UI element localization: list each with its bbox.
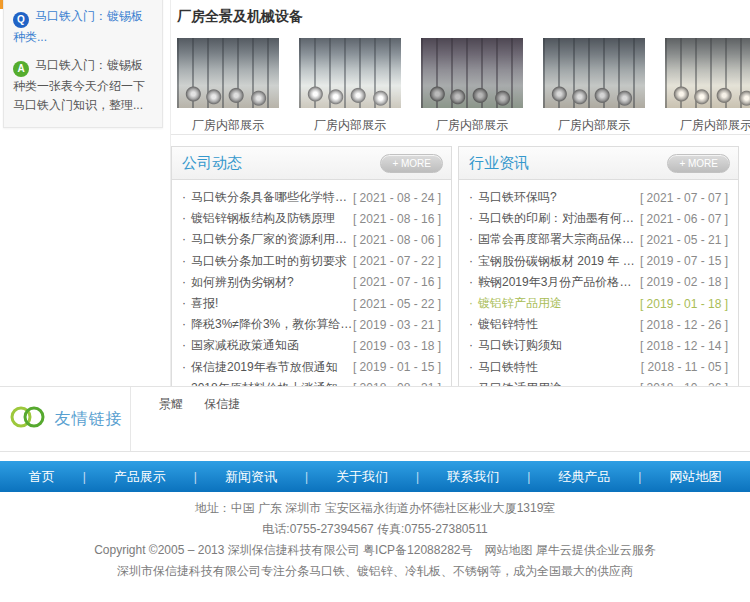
news-item[interactable]: 如何辨别伪劣钢材?[ 2021 - 07 - 16 ]	[182, 272, 441, 293]
news-item[interactable]: 鞍钢2019年3月份产品价格政策调整...[ 2019 - 02 - 18 ]	[469, 272, 728, 293]
nav-separator: |	[638, 470, 641, 484]
factory-caption: 厂房内部展示	[421, 117, 523, 134]
factory-photo[interactable]	[299, 38, 401, 108]
news-item-title: 马口铁分条具备哪些化学特点?	[182, 189, 353, 206]
news-item-date: [ 2019 - 07 - 15 ]	[640, 254, 728, 268]
news-item-date: [ 2021 - 07 - 16 ]	[353, 275, 441, 289]
news-item-date: [ 2021 - 07 - 07 ]	[640, 191, 728, 205]
industry-news-list: 马口铁环保吗?[ 2021 - 07 - 07 ] 马口铁的印刷：对油墨有何特殊…	[459, 180, 738, 407]
news-item-title: 镀铝锌产品用途	[469, 295, 562, 312]
factory-photo[interactable]	[665, 38, 750, 108]
news-item-date: [ 2021 - 05 - 22 ]	[353, 297, 441, 311]
news-item[interactable]: 马口铁环保吗?[ 2021 - 07 - 07 ]	[469, 187, 728, 208]
company-news-list: 马口铁分条具备哪些化学特点?[ 2021 - 08 - 24 ] 镀铝锌钢板结构…	[172, 180, 451, 407]
news-item-title: 如何辨别伪劣钢材?	[182, 274, 294, 291]
footer-phone-fax: 电话:0755-27394567 传真:0755-27380511	[0, 523, 750, 536]
news-item-date: [ 2018 - 12 - 26 ]	[640, 318, 728, 332]
news-item-title: 马口铁的印刷：对油墨有何特殊要求	[469, 210, 640, 227]
friend-link[interactable]: 保信捷	[204, 397, 240, 411]
link-rings-icon	[8, 403, 48, 435]
qa-question-row: Q马口铁入门：镀锡板种类...	[13, 7, 153, 47]
news-item-title: 国家减税政策通知函	[182, 337, 299, 354]
news-item-highlighted[interactable]: 镀铝锌产品用途[ 2019 - 01 - 18 ]	[469, 293, 728, 314]
main-content: 厂房全景及机械设备 厂房内部展示 厂房内部展示 厂房内部展示 厂房内部展示 厂房…	[170, 0, 750, 408]
news-item-date: [ 2021 - 08 - 24 ]	[353, 191, 441, 205]
nav-separator: |	[305, 470, 308, 484]
news-item[interactable]: 马口铁的印刷：对油墨有何特殊要求[ 2021 - 06 - 07 ]	[469, 208, 728, 229]
nav-separator: |	[527, 470, 530, 484]
news-section: 公司动态 + MORE 马口铁分条具备哪些化学特点?[ 2021 - 08 - …	[171, 146, 750, 408]
factory-image-row: 厂房内部展示 厂房内部展示 厂房内部展示 厂房内部展示 厂房内部展示	[177, 38, 750, 134]
bottom-nav-bar: 首页| 产品展示| 新闻资讯| 关于我们| 联系我们| 经典产品| 网站地图	[0, 461, 750, 492]
news-item[interactable]: 宝钢股份碳钢板材 2019 年 8 月份国...[ 2019 - 07 - 15…	[469, 251, 728, 272]
news-item[interactable]: 马口铁特性[ 2018 - 11 - 05 ]	[469, 357, 728, 378]
factory-section: 厂房全景及机械设备 厂房内部展示 厂房内部展示 厂房内部展示 厂房内部展示 厂房…	[171, 0, 750, 135]
friend-links-label: 友情链接	[0, 387, 131, 451]
factory-caption: 厂房内部展示	[665, 117, 750, 134]
company-news-more-button[interactable]: + MORE	[380, 154, 443, 173]
news-item-date: [ 2018 - 11 - 05 ]	[641, 360, 728, 374]
friend-link[interactable]: 景耀	[159, 397, 183, 411]
friend-links-panel: 友情链接 景耀 保信捷	[0, 386, 750, 452]
news-item[interactable]: 保信捷2019年春节放假通知[ 2019 - 01 - 15 ]	[182, 357, 441, 378]
news-item[interactable]: 马口铁分条加工时的剪切要求[ 2021 - 07 - 22 ]	[182, 251, 441, 272]
nav-separator: |	[416, 470, 419, 484]
nav-item-home[interactable]: 首页	[27, 468, 57, 486]
news-item-title: 镀铝锌特性	[469, 316, 538, 333]
nav-item-classic-products[interactable]: 经典产品	[556, 468, 612, 486]
nav-item-sitemap[interactable]: 网站地图	[667, 468, 723, 486]
factory-caption: 厂房内部展示	[177, 117, 279, 134]
news-item-date: [ 2019 - 03 - 18 ]	[353, 339, 441, 353]
news-item-title: 镀铝锌钢板结构及防锈原理	[182, 210, 335, 227]
industry-news-more-button[interactable]: + MORE	[667, 154, 730, 173]
news-item[interactable]: 降税3%≠降价3%，教你算给客户看[ 2019 - 03 - 21 ]	[182, 314, 441, 335]
footer-address: 地址：中国 广东 深圳市 宝安区福永街道办怀德社区彬业大厦1319室	[0, 502, 750, 515]
factory-photo[interactable]	[421, 38, 523, 108]
news-item[interactable]: 国常会再度部署大宗商品保供稳价[ 2021 - 05 - 21 ]	[469, 229, 728, 250]
nav-item-contact[interactable]: 联系我们	[445, 468, 501, 486]
answer-icon: A	[13, 61, 29, 77]
news-item-date: [ 2019 - 03 - 21 ]	[353, 318, 441, 332]
news-item-title: 鞍钢2019年3月份产品价格政策调整...	[469, 274, 640, 291]
factory-section-title: 厂房全景及机械设备	[177, 8, 750, 26]
news-item[interactable]: 马口铁分条厂家的资源利用率如何?[ 2021 - 08 - 06 ]	[182, 229, 441, 250]
factory-photo[interactable]	[543, 38, 645, 108]
news-item-title: 马口铁特性	[469, 359, 538, 376]
news-item[interactable]: 镀铝锌钢板结构及防锈原理[ 2021 - 08 - 16 ]	[182, 208, 441, 229]
news-item-title: 喜报!	[182, 295, 218, 312]
news-item-date: [ 2021 - 07 - 22 ]	[353, 254, 441, 268]
factory-figure: 厂房内部展示	[543, 38, 645, 134]
nav-item-about[interactable]: 关于我们	[334, 468, 390, 486]
factory-caption: 厂房内部展示	[543, 117, 645, 134]
qa-sidebar-box: Q马口铁入门：镀锡板种类... A马口铁入门：镀锡板种类一张表今天介绍一下马口铁…	[3, 0, 163, 128]
news-item[interactable]: 镀铝锌特性[ 2018 - 12 - 26 ]	[469, 314, 728, 335]
footer-copyright: Copyright ©2005 – 2013 深圳保信捷科技有限公司 粤ICP备…	[0, 544, 750, 557]
nav-separator: |	[83, 470, 86, 484]
qa-question-link[interactable]: 马口铁入门：镀锡板种类...	[13, 9, 143, 44]
news-item[interactable]: 马口铁订购须知[ 2018 - 12 - 14 ]	[469, 335, 728, 356]
news-item-title: 马口铁分条加工时的剪切要求	[182, 253, 347, 270]
news-item[interactable]: 马口铁分条具备哪些化学特点?[ 2021 - 08 - 24 ]	[182, 187, 441, 208]
news-item-date: [ 2019 - 01 - 15 ]	[353, 360, 441, 374]
nav-item-news[interactable]: 新闻资讯	[223, 468, 279, 486]
news-item-title: 马口铁订购须知	[469, 337, 562, 354]
company-news-header: 公司动态 + MORE	[172, 147, 451, 180]
news-item-date: [ 2021 - 05 - 21 ]	[640, 233, 728, 247]
factory-figure: 厂房内部展示	[421, 38, 523, 134]
nav-separator: |	[194, 470, 197, 484]
nav-item-products[interactable]: 产品展示	[112, 468, 168, 486]
industry-news-header: 行业资讯 + MORE	[459, 147, 738, 180]
industry-news-box: 行业资讯 + MORE 马口铁环保吗?[ 2021 - 07 - 07 ] 马口…	[458, 146, 739, 408]
page-footer: 地址：中国 广东 深圳市 宝安区福永街道办怀德社区彬业大厦1319室 电话:07…	[0, 502, 750, 586]
news-item-date: [ 2018 - 12 - 14 ]	[640, 339, 728, 353]
news-item-date: [ 2021 - 08 - 06 ]	[353, 233, 441, 247]
news-item[interactable]: 国家减税政策通知函[ 2019 - 03 - 18 ]	[182, 335, 441, 356]
news-item-title: 降税3%≠降价3%，教你算给客户看	[182, 316, 353, 333]
footer-tagline: 深圳市保信捷科技有限公司专注分条马口铁、镀铝锌、冷轧板、不锈钢等，成为全国最大的…	[0, 565, 750, 578]
friend-links-list: 景耀 保信捷	[131, 387, 258, 451]
friend-links-title: 友情链接	[55, 409, 123, 430]
news-item[interactable]: 喜报![ 2021 - 05 - 22 ]	[182, 293, 441, 314]
question-icon: Q	[13, 12, 29, 28]
factory-photo[interactable]	[177, 38, 279, 108]
news-item-date: [ 2019 - 01 - 18 ]	[640, 297, 728, 311]
